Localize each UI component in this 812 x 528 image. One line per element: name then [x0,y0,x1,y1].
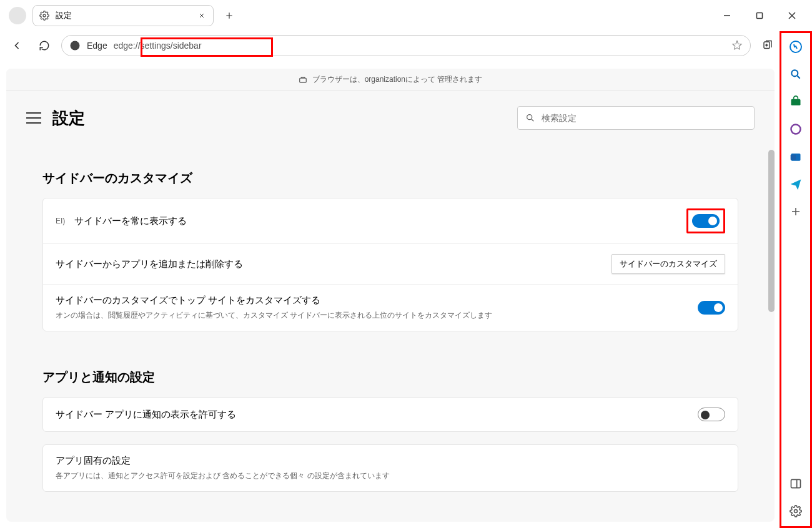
svg-rect-10 [791,99,801,105]
managed-text: ブラウザーは、organizationによって 管理されます [312,74,483,85]
sidebar-settings-card: EI) サイドバーを常に表示する サイドバーからアプリを追加または削除する サイ… [42,198,738,331]
row-label: サイドバー アプリに通知の表示を許可する [56,409,698,421]
send-icon[interactable] [788,177,803,192]
svg-point-18 [527,115,532,120]
svg-point-16 [795,510,798,513]
section-title-sidebar: サイドバーのカスタマイズ [42,170,738,187]
edge-sidebar [780,31,812,528]
row-leading: EI) [56,217,74,225]
settings-header: 設定 [6,91,775,145]
toggle-always-show-sidebar[interactable] [692,214,720,228]
outlook-icon[interactable] [788,149,803,164]
app-specific-card[interactable]: アプリ固有の設定 各アプリには、通知とアクセス許可を設定および 含めることができ… [42,444,738,492]
toggle-customize-top-sites[interactable] [698,301,725,315]
apps-settings-card: サイドバー アプリに通知の表示を許可する [42,397,738,432]
svg-point-0 [43,14,46,17]
minimize-button[interactable] [718,7,736,24]
collections-button[interactable] [757,35,778,56]
plus-icon[interactable] [788,204,803,219]
row-app-specific: アプリ固有の設定 各アプリには、通知とアクセス許可を設定および 含めることができ… [43,445,738,491]
window-controls [718,7,807,24]
panel-icon[interactable] [788,476,803,491]
managed-bar: ブラウザーは、organizationによって 管理されます [6,69,775,91]
toolbar: Edge edge://settings/sidebar [0,31,812,60]
svg-point-11 [791,125,801,134]
gear-icon [39,11,49,21]
new-tab-button[interactable] [219,5,240,26]
highlight-annotation [686,208,725,233]
customize-sidebar-button[interactable]: サイドバーのカスタマイズ [611,254,725,274]
back-button[interactable] [6,35,27,56]
svg-rect-14 [791,479,801,487]
row-customize-top-sites: サイドバーのカスタマイズでトップ サイトをカスタマイズする オンの場合は、閲覧履… [43,285,738,331]
row-allow-notifications: サイドバー アプリに通知の表示を許可する [43,398,738,431]
browser-tab[interactable]: 設定 [32,5,214,26]
row-label: サイドバーからアプリを追加または削除する [56,258,611,270]
search-input[interactable] [542,113,746,123]
tab-close-button[interactable] [197,11,207,21]
maximize-button[interactable] [751,7,768,24]
office-icon[interactable] [788,122,803,137]
settings-page: ブラウザーは、organizationによって 管理されます 設定 サイドバーの… [6,69,775,522]
svg-point-3 [71,41,80,51]
search-icon[interactable] [788,67,803,82]
page-title: 設定 [52,107,85,129]
settings-icon[interactable] [788,504,803,519]
favorite-icon[interactable] [731,40,743,51]
svg-point-9 [791,70,798,76]
svg-rect-17 [299,78,306,82]
refresh-button[interactable] [34,35,55,56]
toggle-allow-notifications[interactable] [698,408,725,421]
menu-button[interactable] [26,110,41,125]
url-bar[interactable]: Edge edge://settings/sidebar [61,35,751,56]
row-label: サイドバーを常に表示する [74,215,686,227]
shopping-icon[interactable] [788,94,803,109]
row-always-show-sidebar: EI) サイドバーを常に表示する [43,198,738,244]
close-button[interactable] [783,7,801,24]
settings-content: サイドバーのカスタマイズ EI) サイドバーを常に表示する サイドバーからアプリ… [6,145,775,498]
row-label: アプリ固有の設定 [56,455,725,467]
row-add-remove-apps: サイドバーからアプリを追加または削除する サイドバーのカスタマイズ [43,244,738,285]
url-scheme-label: Edge [87,41,107,51]
svg-rect-2 [757,13,763,19]
row-desc: オンの場合は、閲覧履歴やアクティビティに基づいて、カスタマイズ サイドバーに表示… [56,310,698,321]
profile-avatar[interactable] [9,7,26,24]
svg-rect-13 [791,155,796,160]
tab-title: 設定 [56,10,191,21]
row-label: サイドバーのカスタマイズでトップ サイトをカスタマイズする [56,295,698,306]
row-desc: 各アプリには、通知とアクセス許可を設定および 含めることができる個々 の設定が含… [56,471,725,481]
settings-search[interactable] [517,106,755,130]
titlebar: 設定 [0,0,812,31]
edge-logo-icon [69,40,81,51]
scrollbar[interactable] [768,150,775,312]
url-text: edge://settings/sidebar [114,41,202,51]
bing-icon[interactable] [788,39,803,54]
section-title-apps: アプリと通知の設定 [42,369,738,386]
